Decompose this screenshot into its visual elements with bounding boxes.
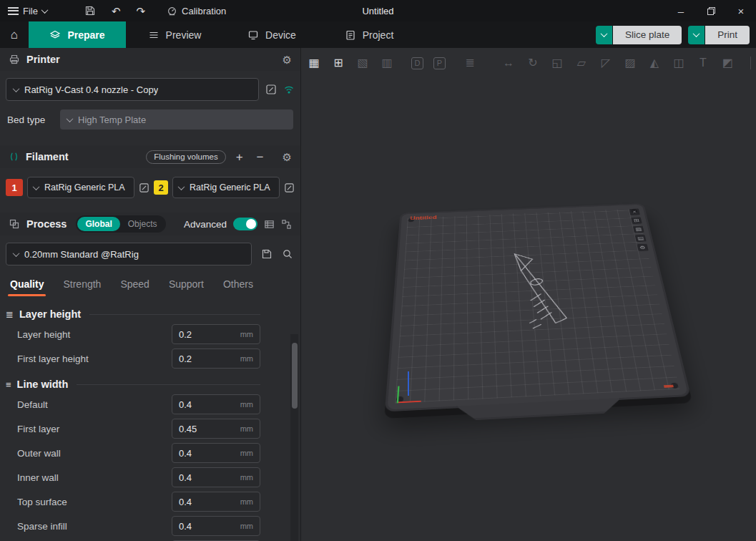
printer-preset-row: RatRig V-Cast 0.4 nozzle - Copy bbox=[0, 71, 300, 105]
outer-wall-line-width-input[interactable]: 0.4 mm bbox=[172, 443, 260, 463]
calibration-label: Calibration bbox=[182, 6, 226, 16]
mesh-boolean-icon[interactable]: ◫ bbox=[672, 57, 686, 69]
process-preset-row: 0.20mm Standard @RatRig bbox=[0, 235, 300, 270]
rotate-icon[interactable]: ↻ bbox=[526, 57, 540, 69]
chevron-down-icon bbox=[693, 30, 700, 37]
sidebar-scrollbar-thumb[interactable] bbox=[292, 343, 298, 409]
doc-d-icon[interactable]: D bbox=[411, 57, 423, 69]
auto-arrange-icon[interactable]: ⊞ bbox=[331, 57, 345, 69]
scope-global[interactable]: Global bbox=[77, 217, 119, 231]
flushing-volumes-button[interactable]: Flushing volumes bbox=[146, 150, 225, 164]
first-layer-height-input[interactable]: 0.2 mm bbox=[172, 349, 260, 369]
chevron-down-icon bbox=[13, 250, 20, 257]
edit-filament-1-icon[interactable] bbox=[139, 182, 149, 193]
seam-paint-icon[interactable]: ◭ bbox=[647, 57, 662, 69]
top-surface-line-width-input[interactable]: 0.4 mm bbox=[172, 492, 260, 512]
tab-prepare[interactable]: Prepare bbox=[29, 21, 126, 48]
default-line-width-input[interactable]: 0.4 mm bbox=[172, 394, 260, 414]
viewport-toolbar: ▦ ⊞ ▧ ▥ D P ≣ ↔ ↻ ◱ ▱ ◸ ▨ ◭ ◫ T ◩ B bbox=[301, 48, 756, 78]
print-options-dropdown[interactable] bbox=[688, 26, 705, 44]
filament-2-badge[interactable]: 2 bbox=[154, 180, 168, 195]
filament-settings-icon[interactable]: ⚙ bbox=[283, 152, 292, 162]
wifi-icon[interactable] bbox=[283, 84, 295, 94]
cut-icon[interactable]: ◸ bbox=[599, 57, 613, 69]
printer-preset-select[interactable]: RatRig V-Cast 0.4 nozzle - Copy bbox=[6, 78, 259, 101]
model-object[interactable] bbox=[388, 205, 689, 410]
slice-plate-action[interactable]: Slice plate bbox=[613, 26, 682, 44]
process-preset-select[interactable]: 0.20mm Standard @RatRig bbox=[6, 243, 252, 265]
edit-filament-2-icon[interactable] bbox=[284, 182, 295, 193]
printer-section-title: Printer bbox=[26, 54, 60, 65]
layer-height-input[interactable]: 0.2 mm bbox=[172, 324, 260, 344]
advanced-toggle[interactable] bbox=[233, 218, 257, 230]
tab-quality[interactable]: Quality bbox=[10, 278, 44, 290]
build-plate[interactable]: Untitled × ⊞ ▧ ▤ ⚙ bbox=[385, 203, 691, 411]
add-plate-icon[interactable]: ▦ bbox=[307, 57, 321, 69]
filament-2-select[interactable]: RatRig Generic PLA bbox=[172, 177, 280, 198]
viewport-3d[interactable]: ▦ ⊞ ▧ ▥ D P ≣ ↔ ↻ ◱ ▱ ◸ ▨ ◭ ◫ T ◩ B bbox=[301, 48, 756, 541]
app-window: File ↶ ↷ Calibration Untitled – × ⌂ bbox=[0, 0, 756, 541]
tab-strength[interactable]: Strength bbox=[63, 278, 101, 290]
save-preset-icon[interactable] bbox=[261, 248, 273, 260]
filament-1-badge[interactable]: 1 bbox=[6, 179, 23, 196]
menu-icon bbox=[8, 7, 19, 15]
save-icon bbox=[84, 5, 96, 16]
scope-objects[interactable]: Objects bbox=[120, 217, 165, 231]
search-preset-icon[interactable] bbox=[282, 248, 293, 260]
tab-support[interactable]: Support bbox=[169, 278, 204, 290]
minimize-button[interactable]: – bbox=[666, 0, 696, 21]
first-layer-line-width-input[interactable]: 0.45 mm bbox=[172, 419, 260, 439]
bed-type-select[interactable]: High Temp Plate bbox=[60, 109, 293, 130]
close-button[interactable]: × bbox=[726, 0, 756, 21]
tab-others[interactable]: Others bbox=[223, 278, 253, 290]
layers-icon[interactable]: ≣ bbox=[463, 57, 477, 69]
support-paint-icon[interactable]: ▨ bbox=[623, 57, 637, 69]
tab-speed[interactable]: Speed bbox=[120, 278, 149, 290]
add-filament-button[interactable]: + bbox=[232, 151, 247, 163]
tab-device[interactable]: Device bbox=[223, 21, 320, 48]
maximize-button[interactable] bbox=[696, 0, 726, 21]
filament-1-select[interactable]: RatRig Generic PLA bbox=[27, 177, 134, 198]
move-icon[interactable]: ↔ bbox=[501, 57, 516, 69]
flatten-icon[interactable]: ▱ bbox=[574, 57, 589, 69]
chevron-down-icon bbox=[178, 183, 185, 190]
setting-row: First layer 0.45 mm bbox=[6, 419, 260, 439]
auto-orient-icon[interactable]: ▧ bbox=[355, 57, 370, 69]
prepare-icon bbox=[49, 29, 61, 41]
slice-plate-button: Slice plate bbox=[596, 26, 682, 44]
calibration-button[interactable]: Calibration bbox=[159, 0, 234, 21]
toolbar-divider bbox=[750, 57, 751, 69]
bed-type-row: Bed type High Temp Plate bbox=[0, 105, 300, 138]
filament-section-header: Filament Flushing volumes + − ⚙ bbox=[0, 145, 300, 168]
slice-options-dropdown[interactable] bbox=[596, 26, 612, 44]
save-button[interactable] bbox=[77, 0, 104, 21]
undo-button[interactable]: ↶ bbox=[104, 0, 129, 21]
setting-row: Sparse infill 0.4 mm bbox=[6, 516, 260, 536]
sparse-infill-line-width-input[interactable]: 0.4 mm bbox=[172, 516, 260, 536]
text-tool-icon[interactable]: T bbox=[696, 57, 710, 69]
remove-filament-button[interactable]: − bbox=[253, 151, 267, 163]
process-section-title: Process bbox=[26, 218, 67, 230]
build-plate-surface[interactable]: Untitled × ⊞ ▧ ▤ ⚙ bbox=[385, 203, 691, 411]
window-title: Untitled bbox=[362, 0, 393, 21]
bed-type-label: Bed type bbox=[7, 114, 51, 125]
edit-printer-preset-icon[interactable] bbox=[265, 84, 277, 95]
tab-project[interactable]: Project bbox=[320, 21, 418, 48]
scale-icon[interactable]: ◱ bbox=[550, 57, 564, 69]
process-objects-view-icon[interactable] bbox=[281, 219, 292, 230]
chevron-down-icon bbox=[41, 6, 49, 14]
process-list-view-icon[interactable] bbox=[264, 219, 275, 230]
printer-icon bbox=[9, 54, 20, 65]
home-button[interactable]: ⌂ bbox=[0, 21, 29, 48]
inner-wall-line-width-input[interactable]: 0.4 mm bbox=[172, 467, 260, 487]
titlebar: File ↶ ↷ Calibration Untitled – × bbox=[0, 0, 756, 21]
color-paint-icon[interactable]: ◩ bbox=[720, 57, 735, 69]
file-menu[interactable]: File bbox=[0, 0, 55, 21]
printer-settings-icon[interactable]: ⚙ bbox=[283, 54, 292, 65]
split-objects-icon[interactable]: ▥ bbox=[380, 57, 394, 69]
window-controls: – × bbox=[666, 0, 756, 21]
print-action[interactable]: Print bbox=[705, 26, 750, 44]
doc-p-icon[interactable]: P bbox=[433, 57, 446, 69]
redo-button[interactable]: ↷ bbox=[129, 0, 154, 21]
tab-preview[interactable]: Preview bbox=[126, 21, 223, 48]
